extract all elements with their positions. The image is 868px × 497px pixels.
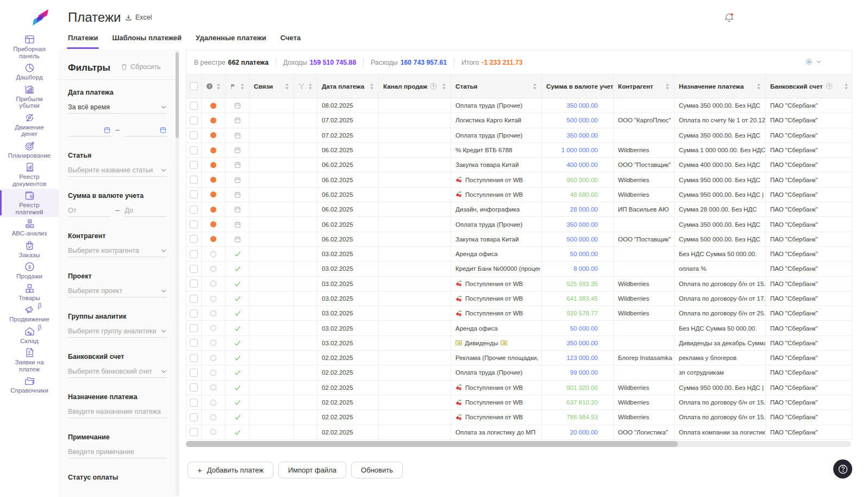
horizontal-scrollbar-thumb[interactable] xyxy=(186,441,678,447)
row-checkbox-cell[interactable] xyxy=(186,395,202,409)
payment-row-2[interactable]: 07.02.2025Логистика Карго Китай500 000.0… xyxy=(186,113,852,128)
payment-row-15[interactable]: 03.02.2025Поступления от WB939 578.77Wil… xyxy=(186,306,852,321)
row-checkbox-cell[interactable] xyxy=(186,217,202,231)
column-header-article[interactable]: Статья xyxy=(451,74,542,98)
row-checkbox-cell[interactable] xyxy=(186,291,202,306)
row-checkbox[interactable] xyxy=(190,206,198,214)
tab-3[interactable]: Удаленные платежи xyxy=(196,34,266,49)
horizontal-scrollbar-track[interactable] xyxy=(186,441,851,447)
row-checkbox-cell[interactable] xyxy=(186,247,202,261)
sort-control[interactable] xyxy=(531,83,537,90)
column-header-select[interactable] xyxy=(186,74,202,98)
row-checkbox-cell[interactable] xyxy=(186,410,202,424)
row-checkbox-cell[interactable] xyxy=(186,172,202,187)
sort-control[interactable] xyxy=(239,83,245,90)
row-checkbox-cell[interactable] xyxy=(186,202,202,216)
row-checkbox[interactable] xyxy=(190,265,198,273)
row-checkbox[interactable] xyxy=(190,279,198,288)
row-checkbox-cell[interactable] xyxy=(186,262,202,276)
payment-row-5[interactable]: 06.02.2025Закупка товара Китай400 000.00… xyxy=(186,158,852,172)
tab-4[interactable]: Счета xyxy=(280,34,301,49)
row-checkbox-cell[interactable] xyxy=(186,306,202,320)
payment-row-4[interactable]: 06.02.2025% Кредит ВТБ 67881 000 000.00W… xyxy=(186,143,852,158)
row-checkbox[interactable] xyxy=(190,383,198,392)
row-checkbox-cell[interactable] xyxy=(186,277,202,291)
table-settings-button[interactable] xyxy=(805,58,822,66)
row-checkbox-cell[interactable] xyxy=(186,143,202,157)
filters-reset-button[interactable]: Сбросить xyxy=(121,63,161,71)
date-period-select[interactable]: За всё время xyxy=(68,101,167,114)
payment-row-8[interactable]: 06.02.2025Дизайн, инфографика28 000.00ИП… xyxy=(186,202,852,217)
sidebar-item-5[interactable]: Планирование xyxy=(0,139,59,161)
filter-select[interactable]: Выберите банковский счет xyxy=(68,365,167,378)
filter-text-input[interactable]: Введите назначение платежа xyxy=(68,405,167,418)
filters-scrollbar-thumb[interactable] xyxy=(176,52,179,138)
column-header-flag[interactable] xyxy=(226,74,249,98)
sort-control[interactable] xyxy=(283,83,289,90)
column-header-links[interactable]: Связи xyxy=(249,74,294,98)
row-checkbox-cell[interactable] xyxy=(186,425,202,439)
sidebar-item-6[interactable]: Реестр документов xyxy=(0,160,59,189)
tab-1[interactable]: Платежи xyxy=(68,34,98,49)
row-checkbox[interactable] xyxy=(190,131,198,139)
row-checkbox-cell[interactable] xyxy=(186,381,202,395)
filter-select[interactable]: Выберите группу аналитики xyxy=(68,325,167,338)
payment-row-7[interactable]: 06.02.2025Поступления от WB48 680.00Wild… xyxy=(186,188,852,202)
column-header-account[interactable]: Банковский счет? xyxy=(766,74,853,98)
filter-text-input[interactable]: Введите примечание xyxy=(68,445,167,458)
payment-row-16[interactable]: 03.02.2025Аренда офиса50 000.00Без НДС С… xyxy=(186,321,852,336)
payment-row-19[interactable]: 02.02.2025Оплата труда (Прочие)99 000.00… xyxy=(186,365,852,380)
sidebar-item-13[interactable]: βСклад xyxy=(0,325,59,346)
select-all-checkbox[interactable] xyxy=(190,82,198,90)
payment-row-23[interactable]: 02.02.2025Оплата за логистику до МП20 00… xyxy=(186,425,852,440)
sidebar-item-1[interactable]: Приборная панель xyxy=(0,33,59,61)
row-checkbox[interactable] xyxy=(190,220,198,228)
date-to-input[interactable] xyxy=(124,123,167,136)
row-checkbox[interactable] xyxy=(190,324,198,332)
row-checkbox-cell[interactable] xyxy=(186,113,202,127)
payment-row-3[interactable]: 07.02.2025Оплата труда (Прочие)350 000.0… xyxy=(186,128,852,143)
date-from-input[interactable] xyxy=(68,123,111,136)
add-payment-button[interactable]: +Добавить платеж xyxy=(188,462,273,479)
sidebar-item-2[interactable]: Дашборд xyxy=(0,61,59,83)
payment-row-11[interactable]: 03.02.2025Аренда офиса50 000.00Без НДС С… xyxy=(186,247,852,262)
row-checkbox[interactable] xyxy=(190,354,198,362)
row-checkbox[interactable] xyxy=(190,176,198,184)
payment-row-22[interactable]: 02.02.2025Поступления от WB786 984.93Wil… xyxy=(186,410,852,425)
sidebar-item-8[interactable]: ABCАВС-анализ xyxy=(0,217,59,239)
row-checkbox-cell[interactable] xyxy=(186,188,202,202)
row-checkbox-cell[interactable] xyxy=(186,336,202,350)
row-checkbox[interactable] xyxy=(190,295,198,303)
sidebar-item-12[interactable]: βПродвижение xyxy=(0,303,59,325)
sidebar-item-3[interactable]: Прибыли убытки xyxy=(0,83,59,111)
row-checkbox-cell[interactable] xyxy=(186,321,202,335)
sidebar-item-4[interactable]: Движение денег xyxy=(0,111,59,139)
column-header-purpose[interactable]: Назначение платежа xyxy=(675,74,766,98)
payment-row-20[interactable]: 02.02.2025Поступления от WB901 320.00Wil… xyxy=(186,381,852,395)
sort-control[interactable] xyxy=(215,83,221,90)
row-checkbox[interactable] xyxy=(190,250,198,258)
payment-row-13[interactable]: 03.02.2025Поступления от WB525 993.35Wil… xyxy=(186,277,852,291)
column-header-amount[interactable]: Сумма в валюте учета xyxy=(542,74,614,98)
row-checkbox[interactable] xyxy=(190,428,198,436)
row-checkbox[interactable] xyxy=(190,369,198,377)
sort-control[interactable] xyxy=(664,83,670,90)
row-checkbox-cell[interactable] xyxy=(186,98,202,113)
row-checkbox-cell[interactable] xyxy=(186,232,202,246)
amount-from-input[interactable]: От xyxy=(68,204,110,217)
payment-row-12[interactable]: 03.02.2025Кредит Банк №00000 (процент8 0… xyxy=(186,262,852,276)
row-checkbox-cell[interactable] xyxy=(186,365,202,380)
app-logo[interactable] xyxy=(32,8,50,27)
sidebar-item-10[interactable]: $Продажи xyxy=(0,260,59,282)
column-header-date[interactable]: Дата платежа xyxy=(317,74,379,98)
row-checkbox[interactable] xyxy=(190,146,198,154)
payment-row-14[interactable]: 03.02.2025Поступления от WB641 383.45Wil… xyxy=(186,291,852,306)
sidebar-item-9[interactable]: Заказы xyxy=(0,239,59,260)
sort-control[interactable] xyxy=(368,83,374,90)
row-checkbox[interactable] xyxy=(190,235,198,243)
column-header-channel[interactable]: Канал продаж? xyxy=(379,74,451,98)
help-button[interactable] xyxy=(833,459,852,479)
amount-to-input[interactable]: До xyxy=(124,204,167,217)
tab-2[interactable]: Шаблоны платежей xyxy=(112,34,182,49)
filter-select[interactable]: Выберите название статьи xyxy=(68,164,167,177)
